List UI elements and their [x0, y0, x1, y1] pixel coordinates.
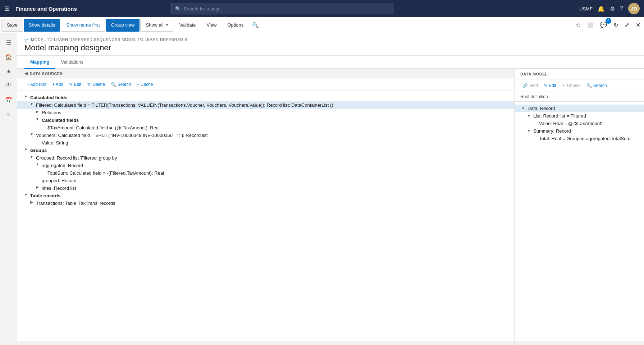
dm-node-label: List: Record list = Filtered — [532, 113, 588, 119]
node-toggle-icon[interactable]: ▼ — [35, 162, 40, 166]
office-icon-button[interactable]: ⬜ — [585, 20, 595, 30]
node-label: Relations — [40, 110, 514, 116]
tree-node-table-records[interactable]: ▼ Table records — [17, 192, 514, 199]
view-button[interactable]: View — [201, 19, 221, 32]
sidebar-home-icon[interactable]: 🏠 — [2, 50, 15, 63]
bind-icon: 🔗 — [522, 83, 528, 88]
tree-node-tax-amount[interactable]: $TaxAmount: Calculated field = -(@.TaxAm… — [17, 124, 514, 132]
notification-count-button[interactable]: 💬 0 — [598, 20, 609, 30]
dm-search-icon: 🔍 — [586, 83, 592, 88]
options-button[interactable]: Options — [222, 19, 248, 32]
breadcrumb: MODEL TO LEARN DEFERRED SEQUENCES MODEL … — [31, 37, 187, 42]
node-label: aggregated: Record — [40, 162, 514, 169]
data-sources-tree[interactable]: ▼ Calculated fields ▼ Filtered: Calculat… — [17, 91, 514, 341]
node-toggle-icon[interactable]: ▶ — [29, 200, 35, 204]
tree-node-calculated-fields-root[interactable]: ▼ Calculated fields — [17, 94, 514, 101]
tree-scrollbar[interactable] — [17, 341, 514, 345]
save-button[interactable]: Save — [1, 19, 23, 32]
dm-edit-button[interactable]: ✎ Edit — [542, 82, 558, 89]
page-header: ▽ MODEL TO LEARN DEFERRED SEQUENCES MODE… — [17, 33, 644, 56]
dm-node-summary-record[interactable]: ▼ Summary: Record — [515, 127, 644, 135]
office-icon: ⬜ — [587, 22, 593, 28]
node-toggle-icon[interactable]: ▼ — [29, 132, 35, 136]
tree-node-grouped-record[interactable]: grouped: Record — [17, 177, 514, 184]
group-view-button[interactable]: Group view — [106, 19, 140, 32]
root-definition-label: Root definition — [515, 92, 644, 102]
show-name-first-button[interactable]: Show name first — [61, 19, 105, 32]
tree-node-groups[interactable]: ▼ Groups — [17, 147, 514, 154]
expand-icon: ⤢ — [625, 22, 629, 28]
dm-node-toggle-icon[interactable]: ▼ — [526, 114, 532, 118]
left-sidebar: ☰ 🏠 ★ ⏱ 📅 ≡ — [0, 33, 17, 345]
tree-node-transactions[interactable]: ▶ Transactions: Table 'TaxTrans' records — [17, 199, 514, 207]
validate-button[interactable]: Validate — [174, 19, 201, 32]
search-button[interactable]: 🔍 Search — [109, 80, 133, 88]
add-root-button[interactable]: + Add root — [24, 80, 49, 88]
nav-right-controls: USMF 🔔 ⚙ ? JD — [579, 3, 640, 14]
help-question-icon[interactable]: ? — [620, 5, 623, 12]
tree-node-lines[interactable]: ▶ lines: Record list — [17, 184, 514, 192]
refresh-button[interactable]: ↻ — [611, 20, 620, 30]
data-sources-toggle-icon[interactable]: ◀ — [24, 71, 28, 76]
show-details-button[interactable]: Show details — [24, 19, 60, 32]
personalize-icon-button[interactable]: ☆ — [574, 20, 583, 30]
settings-gear-icon[interactable]: ⚙ — [610, 5, 615, 12]
dm-node-list-record[interactable]: ▼ List: Record list = Filtered — [515, 112, 644, 120]
edit-button[interactable]: ✎ Edit — [67, 80, 83, 88]
node-toggle-icon[interactable]: ▼ — [23, 147, 29, 151]
unbind-button[interactable]: ✂ Unbind — [560, 82, 583, 89]
node-toggle-icon[interactable]: ▼ — [29, 102, 35, 106]
tab-validations[interactable]: Validations — [55, 56, 89, 69]
tree-node-totalsum[interactable]: TotalSum: Calculated field = -(Filtered.… — [17, 169, 514, 177]
dm-node-total-real[interactable]: Total: Real = Grouped.aggregated.TotalSu… — [515, 135, 644, 142]
tree-node-relations[interactable]: ▶ Relations — [17, 109, 514, 116]
dm-scrollbar[interactable] — [515, 341, 644, 345]
expand-button[interactable]: ⤢ — [622, 20, 631, 30]
tree-node-calculated-fields-inner[interactable]: ▼ Calculated fields — [17, 116, 514, 124]
sidebar-favorites-icon[interactable]: ★ — [2, 65, 15, 78]
tab-mapping[interactable]: Mapping — [24, 56, 55, 69]
add-button[interactable]: + Add — [50, 80, 65, 88]
unbind-icon: ✂ — [562, 83, 566, 88]
dm-node-label: Summary: Record — [532, 128, 572, 134]
node-toggle-icon[interactable]: ▼ — [29, 155, 35, 159]
dm-node-toggle-icon[interactable]: ▼ — [520, 106, 526, 110]
node-toggle-icon[interactable]: ▼ — [23, 193, 29, 197]
dm-node-data-record[interactable]: ▼ Data: Record — [515, 105, 644, 112]
toolbar-right-controls: ☆ ⬜ 💬 0 ↻ ⤢ ✕ — [574, 20, 643, 30]
tree-node-vouchers[interactable]: ▼ Vouchers: Calculated field = SPLIT("IN… — [17, 132, 514, 139]
dm-search-button[interactable]: 🔍 Search — [584, 82, 609, 89]
global-search-bar[interactable]: 🔍 — [171, 3, 394, 14]
close-icon: ✕ — [636, 22, 640, 28]
sidebar-hamburger-icon[interactable]: ☰ — [2, 36, 15, 49]
node-toggle-icon[interactable]: ▶ — [35, 185, 40, 189]
node-toggle-icon[interactable]: ▼ — [35, 117, 40, 121]
toolbar-search-icon[interactable]: 🔍 — [252, 22, 259, 28]
show-all-button[interactable]: Show all ▾ — [140, 19, 173, 32]
delete-button[interactable]: 🗑 Delete — [85, 80, 107, 88]
app-grid-icon[interactable]: ⊞ — [4, 5, 10, 13]
tree-node-value-string[interactable]: Value: String — [17, 139, 514, 147]
close-button[interactable]: ✕ — [634, 20, 643, 30]
dm-node-label: Data: Record — [526, 105, 557, 111]
sidebar-modules-icon[interactable]: ≡ — [2, 108, 15, 121]
data-model-tree[interactable]: ▼ Data: Record ▼ List: Record list = Fil… — [515, 102, 644, 341]
tree-node-aggregated[interactable]: ▼ aggregated: Record — [17, 162, 514, 169]
node-toggle-icon[interactable]: ▶ — [35, 110, 40, 114]
bind-button[interactable]: 🔗 Bind — [520, 82, 540, 89]
designer-area: ◀ DATA SOURCES + Add root + Add ✎ Edit 🗑… — [17, 69, 644, 345]
dm-node-toggle-icon[interactable]: ▼ — [526, 129, 532, 133]
cache-button[interactable]: + Cache — [134, 80, 155, 88]
notification-bell-icon[interactable]: 🔔 — [598, 5, 605, 12]
global-search-input[interactable] — [184, 6, 390, 12]
node-label: Filtered: Calculated field = FILTER(Tran… — [35, 102, 514, 108]
node-toggle-icon[interactable]: ▼ — [23, 95, 29, 98]
tree-node-grouped[interactable]: ▼ Grouped: Record list 'Filtered' group … — [17, 154, 514, 162]
dm-node-value-real[interactable]: Value: Real = @.'$TaxAmount' — [515, 120, 644, 127]
node-label: $TaxAmount: Calculated field = -(@.TaxAm… — [46, 125, 514, 131]
sidebar-recent-icon[interactable]: ⏱ — [2, 79, 15, 92]
user-avatar[interactable]: JD — [628, 3, 640, 14]
sidebar-workspaces-icon[interactable]: 📅 — [2, 93, 15, 106]
tree-node-filtered[interactable]: ▼ Filtered: Calculated field = FILTER(Tr… — [17, 101, 514, 109]
filter-icon: ▽ — [24, 38, 28, 43]
